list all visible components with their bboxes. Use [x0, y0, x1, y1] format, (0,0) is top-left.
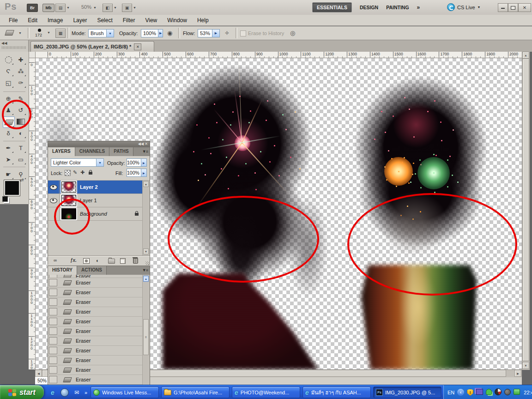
view-extras-dropdown-arrow[interactable]: ▼ [66, 6, 70, 9]
scroll-left-arrow[interactable]: ◀ [35, 370, 42, 377]
delete-layer-icon[interactable] [133, 258, 138, 265]
history-entry[interactable]: Eraser [48, 278, 143, 288]
history-source-checkbox[interactable] [49, 347, 57, 354]
flow-field[interactable]: 53% ▶ [198, 29, 220, 37]
screen-mode-icon[interactable]: ▣ [122, 4, 132, 12]
tablet-opacity-icon[interactable]: ◉ [167, 30, 172, 36]
bridge-button[interactable]: Br [27, 4, 38, 12]
layer-style-fx-icon[interactable]: ƒx. [70, 258, 77, 263]
close-panel-icon[interactable]: ✕ [145, 142, 148, 146]
tab-paths[interactable]: PATHS [109, 147, 133, 156]
layer-row-layer2[interactable]: Layer 2 [48, 181, 143, 194]
taskbar-button-2[interactable]: G:\Photo\Asahi Fire... [161, 387, 230, 398]
workspace-design[interactable]: DESIGN [360, 5, 378, 10]
cs-live[interactable]: CS Live ▼ [447, 3, 480, 11]
lock-paint-icon[interactable]: ✎ [73, 169, 77, 175]
mode-select[interactable]: Brush ▼ [88, 29, 114, 37]
tab-channels[interactable]: CHANNELS [75, 147, 110, 156]
link-layers-icon[interactable]: ∞ [54, 258, 56, 263]
media-player-icon[interactable] [495, 388, 502, 396]
usb-device-icon[interactable] [514, 389, 520, 396]
zoom-level-dropdown[interactable]: 50% [81, 4, 91, 10]
history-entry[interactable]: Eraser [48, 288, 143, 297]
erase-to-history-checkbox[interactable] [240, 30, 246, 36]
panel-menu-icon[interactable]: ▼≡ [142, 149, 148, 154]
history-entry[interactable]: Eraser [48, 326, 143, 336]
magic-wand-tool[interactable]: ⁂ [15, 66, 26, 77]
history-source-checkbox[interactable] [49, 275, 57, 278]
menu-edit[interactable]: Edit [23, 15, 42, 25]
brush-size-value[interactable]: 172 [35, 33, 42, 37]
history-source-checkbox[interactable] [49, 327, 57, 335]
history-source-checkbox[interactable] [49, 289, 57, 296]
history-entry[interactable]: Eraser [48, 336, 143, 346]
burn-tool[interactable]: ◐ [15, 128, 26, 139]
scroll-right-arrow[interactable]: ▶ [514, 370, 521, 377]
layers-scroll-down[interactable]: ▼ [143, 248, 149, 254]
history-entry[interactable]: Eraser [48, 365, 143, 375]
default-colors-icon[interactable] [2, 196, 8, 202]
history-scroll-thumb[interactable]: ≡ [143, 319, 149, 355]
history-entry[interactable]: Eraser [48, 346, 143, 356]
pen-tool[interactable]: ✒ [3, 143, 14, 153]
elliptical-marquee-tool[interactable] [3, 54, 14, 65]
history-scrollbar[interactable]: ▲ ≡ [142, 275, 150, 385]
toggle-brush-panel-button[interactable]: ▦ [55, 29, 66, 38]
blur-tool[interactable]: δ [3, 128, 14, 139]
panel-menu-icon[interactable]: ▼≡ [142, 268, 148, 272]
menu-filter[interactable]: Filter [118, 15, 140, 25]
document-close-icon[interactable]: ✕ [134, 43, 141, 50]
screen-mode-dropdown-arrow[interactable]: ▼ [133, 6, 136, 9]
document-tab[interactable]: IMG_2030.JPG @ 50% (Layer 2, RGB/8) * ✕ [30, 41, 154, 52]
messenger-status-icon[interactable] [486, 389, 492, 396]
tablet-size-icon[interactable]: ◎ [290, 30, 295, 36]
history-source-checkbox[interactable] [49, 366, 57, 374]
history-source-checkbox[interactable] [49, 279, 57, 286]
tab-history[interactable]: HISTORY [48, 266, 77, 275]
network-icon[interactable] [476, 389, 483, 396]
eyedropper-tool[interactable]: ✑ [15, 78, 26, 88]
lock-all-icon[interactable] [89, 170, 92, 175]
tab-layers[interactable]: LAYERS [48, 147, 75, 156]
security-shield-icon[interactable]: ! [467, 389, 473, 396]
opacity-field[interactable]: 100% ▶ [141, 29, 163, 37]
minimize-button[interactable] [498, 3, 508, 12]
history-source-checkbox[interactable] [49, 376, 57, 383]
history-entry[interactable]: Eraser [48, 356, 143, 365]
hand-tool[interactable]: ☛ [3, 169, 14, 180]
layers-scrollbar[interactable]: ▲ ▼ [142, 181, 150, 255]
history-entry[interactable]: Eraser [48, 317, 143, 326]
zoom-dropdown-arrow[interactable]: ▼ [93, 6, 97, 9]
restore-button[interactable] [508, 3, 518, 12]
zoom-tool[interactable]: ⚲ [15, 169, 26, 180]
quick-launch-overflow-icon[interactable]: » [85, 390, 87, 395]
layers-opacity-field[interactable]: 100% ▶ [127, 158, 147, 167]
adjustment-layer-icon[interactable]: ◐ [96, 258, 99, 263]
history-entry[interactable]: Eraser [48, 297, 143, 307]
history-source-checkbox[interactable] [49, 318, 57, 325]
lock-transparency-icon[interactable] [65, 170, 71, 176]
crop-tool[interactable]: ◱ [3, 78, 14, 88]
path-selection-tool[interactable]: ➤ [3, 154, 14, 165]
language-indicator[interactable]: EN [447, 390, 454, 395]
type-tool[interactable]: T [15, 143, 26, 153]
fill-field[interactable]: 100% ▶ [127, 169, 147, 177]
move-tool[interactable]: ✚ [15, 54, 26, 65]
workspace-essentials[interactable]: ESSENTIALS [312, 2, 352, 12]
lock-move-icon[interactable]: ✚ [80, 169, 85, 175]
history-entry[interactable]: Eraser [48, 275, 143, 278]
internet-explorer-icon[interactable]: e [49, 389, 56, 396]
history-entry[interactable]: Eraser [48, 375, 143, 385]
taskbar-button-1[interactable]: Windows Live Mess... [91, 387, 159, 398]
history-source-checkbox[interactable] [49, 357, 57, 364]
history-entry[interactable]: Eraser [48, 307, 143, 317]
menu-help[interactable]: Help [192, 15, 214, 25]
taskbar-button-3[interactable]: ePHOTO@Weekend... [232, 387, 300, 398]
scroll-down-arrow[interactable]: ▼ [522, 362, 529, 369]
blend-mode-select[interactable]: Lighter Color ▼ [51, 158, 104, 167]
tools-panel-header[interactable]: ◀◀ [0, 40, 29, 52]
menu-layer[interactable]: Layer [68, 15, 92, 25]
vertical-scroll-thumb[interactable] [522, 59, 529, 361]
taskbar-button-5[interactable]: PsIMG_2030.JPG @ 5... [373, 387, 441, 398]
eraser-tool-preset-icon[interactable] [6, 30, 13, 36]
